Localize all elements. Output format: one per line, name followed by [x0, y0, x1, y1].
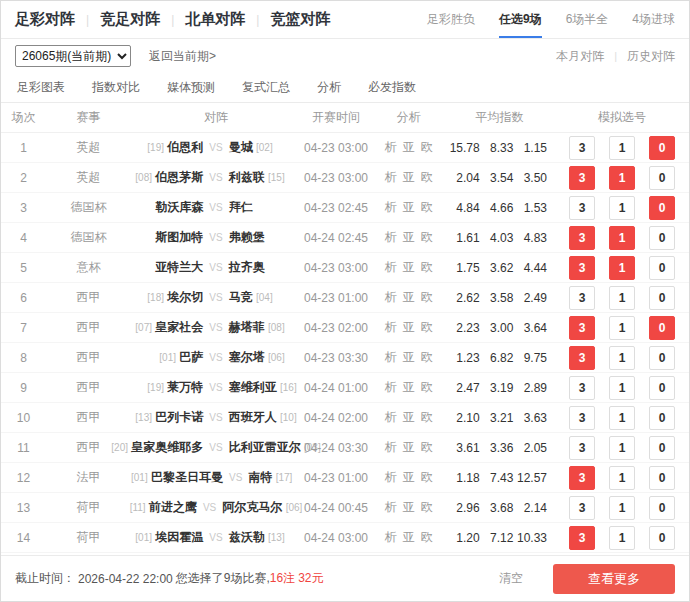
analysis-link[interactable]: 析: [385, 440, 397, 454]
asia-odds-link[interactable]: 亚: [403, 230, 415, 244]
europe-odds-link[interactable]: 欧: [421, 440, 433, 454]
pick-button-0[interactable]: 0: [649, 136, 675, 160]
europe-odds-link[interactable]: 欧: [421, 470, 433, 484]
nav-section-beidan[interactable]: 北单对阵: [185, 10, 245, 29]
back-to-current-link[interactable]: 返回当前期>: [149, 48, 216, 65]
pick-button-0[interactable]: 0: [649, 376, 675, 400]
asia-odds-link[interactable]: 亚: [403, 260, 415, 274]
pick-button-0[interactable]: 0: [649, 286, 675, 310]
asia-odds-link[interactable]: 亚: [403, 320, 415, 334]
europe-odds-link[interactable]: 欧: [421, 260, 433, 274]
tab-banquan6[interactable]: 6场半全: [566, 1, 609, 38]
europe-odds-link[interactable]: 欧: [421, 380, 433, 394]
pick-button-3[interactable]: 3: [569, 256, 595, 280]
clear-button[interactable]: 清空: [499, 570, 523, 587]
subtab-chart[interactable]: 足彩图表: [17, 79, 65, 96]
pick-button-3[interactable]: 3: [569, 316, 595, 340]
pick-button-3[interactable]: 3: [569, 466, 595, 490]
analysis-link[interactable]: 析: [385, 530, 397, 544]
tab-shengfu[interactable]: 足彩胜负: [427, 1, 475, 38]
nav-section-jinglan[interactable]: 竞篮对阵: [270, 10, 330, 29]
tab-jinqiu4[interactable]: 4场进球: [632, 1, 675, 38]
pick-button-0[interactable]: 0: [649, 496, 675, 520]
pick-button-0[interactable]: 0: [649, 436, 675, 460]
asia-odds-link[interactable]: 亚: [403, 500, 415, 514]
nav-section-zucai[interactable]: 足彩对阵: [15, 10, 75, 29]
subtab-bifa-index[interactable]: 必发指数: [368, 79, 416, 96]
pick-button-1[interactable]: 1: [609, 226, 635, 250]
pick-button-3[interactable]: 3: [569, 496, 595, 520]
pick-button-3[interactable]: 3: [569, 526, 595, 550]
pick-button-1[interactable]: 1: [609, 286, 635, 310]
asia-odds-link[interactable]: 亚: [403, 440, 415, 454]
europe-odds-link[interactable]: 欧: [421, 320, 433, 334]
pick-button-3[interactable]: 3: [569, 196, 595, 220]
europe-odds-link[interactable]: 欧: [421, 230, 433, 244]
analysis-link[interactable]: 析: [385, 470, 397, 484]
pick-button-1[interactable]: 1: [609, 436, 635, 460]
pick-button-1[interactable]: 1: [609, 346, 635, 370]
pick-button-1[interactable]: 1: [609, 496, 635, 520]
pick-button-1[interactable]: 1: [609, 376, 635, 400]
analysis-link[interactable]: 析: [385, 410, 397, 424]
asia-odds-link[interactable]: 亚: [403, 530, 415, 544]
pick-button-0[interactable]: 0: [649, 406, 675, 430]
asia-odds-link[interactable]: 亚: [403, 410, 415, 424]
view-more-button[interactable]: 查看更多: [553, 564, 675, 594]
pick-button-1[interactable]: 1: [609, 136, 635, 160]
asia-odds-link[interactable]: 亚: [403, 170, 415, 184]
subtab-multi-summary[interactable]: 复式汇总: [242, 79, 290, 96]
subtab-analysis[interactable]: 分析: [317, 79, 341, 96]
asia-odds-link[interactable]: 亚: [403, 470, 415, 484]
pick-button-3[interactable]: 3: [569, 226, 595, 250]
pick-button-1[interactable]: 1: [609, 196, 635, 220]
pick-button-1[interactable]: 1: [609, 316, 635, 340]
month-matches-link[interactable]: 本月对阵: [556, 48, 604, 65]
asia-odds-link[interactable]: 亚: [403, 380, 415, 394]
pick-button-1[interactable]: 1: [609, 406, 635, 430]
pick-button-0[interactable]: 0: [649, 256, 675, 280]
asia-odds-link[interactable]: 亚: [403, 290, 415, 304]
analysis-link[interactable]: 析: [385, 230, 397, 244]
pick-button-0[interactable]: 0: [649, 196, 675, 220]
analysis-link[interactable]: 析: [385, 290, 397, 304]
history-matches-link[interactable]: 历史对阵: [627, 48, 675, 65]
pick-button-1[interactable]: 1: [609, 466, 635, 490]
analysis-link[interactable]: 析: [385, 380, 397, 394]
europe-odds-link[interactable]: 欧: [421, 410, 433, 424]
pick-button-3[interactable]: 3: [569, 136, 595, 160]
period-select[interactable]: 26065期(当前期): [15, 45, 131, 67]
pick-button-3[interactable]: 3: [569, 286, 595, 310]
europe-odds-link[interactable]: 欧: [421, 530, 433, 544]
europe-odds-link[interactable]: 欧: [421, 290, 433, 304]
pick-button-0[interactable]: 0: [649, 316, 675, 340]
pick-button-3[interactable]: 3: [569, 406, 595, 430]
analysis-link[interactable]: 析: [385, 260, 397, 274]
analysis-link[interactable]: 析: [385, 350, 397, 364]
pick-button-0[interactable]: 0: [649, 466, 675, 490]
pick-button-3[interactable]: 3: [569, 436, 595, 460]
pick-button-0[interactable]: 0: [649, 346, 675, 370]
europe-odds-link[interactable]: 欧: [421, 170, 433, 184]
pick-button-0[interactable]: 0: [649, 526, 675, 550]
asia-odds-link[interactable]: 亚: [403, 140, 415, 154]
analysis-link[interactable]: 析: [385, 170, 397, 184]
pick-button-0[interactable]: 0: [649, 166, 675, 190]
subtab-media-predict[interactable]: 媒体预测: [167, 79, 215, 96]
pick-button-0[interactable]: 0: [649, 226, 675, 250]
europe-odds-link[interactable]: 欧: [421, 350, 433, 364]
subtab-odds-compare[interactable]: 指数对比: [92, 79, 140, 96]
pick-button-3[interactable]: 3: [569, 166, 595, 190]
europe-odds-link[interactable]: 欧: [421, 500, 433, 514]
pick-button-3[interactable]: 3: [569, 376, 595, 400]
asia-odds-link[interactable]: 亚: [403, 200, 415, 214]
nav-section-jingzu[interactable]: 竞足对阵: [100, 10, 160, 29]
analysis-link[interactable]: 析: [385, 140, 397, 154]
asia-odds-link[interactable]: 亚: [403, 350, 415, 364]
pick-button-1[interactable]: 1: [609, 256, 635, 280]
pick-button-1[interactable]: 1: [609, 526, 635, 550]
pick-button-1[interactable]: 1: [609, 166, 635, 190]
europe-odds-link[interactable]: 欧: [421, 200, 433, 214]
europe-odds-link[interactable]: 欧: [421, 140, 433, 154]
analysis-link[interactable]: 析: [385, 500, 397, 514]
